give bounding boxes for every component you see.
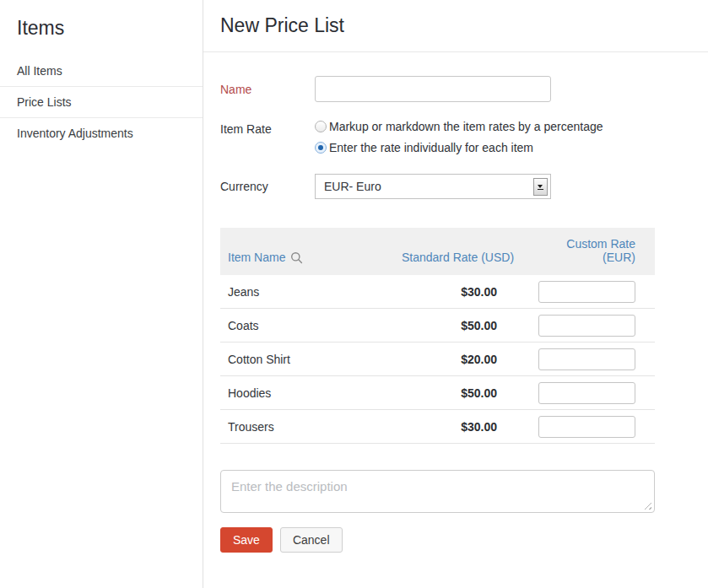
item-name-header-label: Item Name <box>228 251 285 264</box>
currency-field-row: Currency EUR- Euro <box>220 174 655 199</box>
sidebar: Items All Items Price Lists Inventory Ad… <box>0 0 203 588</box>
table-row: Jeans $30.00 <box>220 275 655 309</box>
page-header: New Price List <box>203 0 708 52</box>
radio-option-enter-rate-individually[interactable]: Enter the rate individually for each ite… <box>315 141 603 154</box>
standard-rate-cell: $30.00 <box>402 420 511 434</box>
radio-option-markup-markdown[interactable]: Markup or markdown the item rates by a p… <box>315 120 603 133</box>
dropdown-arrow-icon[interactable] <box>533 178 548 196</box>
currency-select[interactable]: EUR- Euro <box>315 174 551 199</box>
sidebar-item-inventory-adjustments[interactable]: Inventory Adjustments <box>0 117 203 148</box>
sidebar-item-all-items[interactable]: All Items <box>0 56 203 86</box>
standard-rate-cell: $50.00 <box>402 319 511 332</box>
description-field <box>220 470 655 513</box>
item-name-cell: Coats <box>220 319 402 332</box>
custom-rate-input[interactable] <box>538 382 635 404</box>
item-rate-radio-group: Markup or markdown the item rates by a p… <box>315 120 603 154</box>
item-name-cell: Trousers <box>220 420 402 434</box>
name-label: Name <box>220 83 315 96</box>
currency-selected-value: EUR- Euro <box>324 180 381 193</box>
custom-rate-header-line1: Custom Rate <box>511 237 635 251</box>
radio-selected-icon[interactable] <box>315 142 327 154</box>
item-name-cell: Hoodies <box>220 386 402 400</box>
page-title: New Price List <box>220 14 344 37</box>
custom-rate-input[interactable] <box>538 315 635 337</box>
sidebar-item-price-lists[interactable]: Price Lists <box>0 86 203 117</box>
description-textarea[interactable] <box>220 470 655 513</box>
save-button[interactable]: Save <box>220 527 273 553</box>
item-name-cell: Cotton Shirt <box>220 353 402 366</box>
item-rate-field-row: Item Rate Markup or markdown the item ra… <box>220 120 655 154</box>
radio-unselected-icon[interactable] <box>315 121 327 132</box>
sidebar-nav: All Items Price Lists Inventory Adjustme… <box>0 56 203 148</box>
sidebar-title: Items <box>0 0 203 56</box>
price-list-form: Name Item Rate Markup or markdown the it… <box>203 52 708 553</box>
name-field-row: Name <box>220 76 655 102</box>
radio-option-label: Markup or markdown the item rates by a p… <box>329 120 603 133</box>
radio-option-label: Enter the rate individually for each ite… <box>329 141 533 154</box>
custom-rate-input[interactable] <box>538 416 635 438</box>
custom-rate-input[interactable] <box>538 348 635 370</box>
search-icon[interactable] <box>290 251 303 264</box>
item-rate-label: Item Rate <box>220 120 315 136</box>
standard-rate-cell: $20.00 <box>402 353 511 366</box>
column-header-item-name: Item Name <box>220 251 402 264</box>
table-row: Trousers $30.00 <box>220 410 655 444</box>
table-row: Coats $50.00 <box>220 309 655 343</box>
name-input[interactable] <box>315 76 551 102</box>
custom-rate-header-line2: (EUR) <box>511 251 635 264</box>
cancel-button[interactable]: Cancel <box>280 527 343 553</box>
table-row: Cotton Shirt $20.00 <box>220 343 655 376</box>
items-table: Item Name Standard Rate (USD) Custom Rat… <box>220 228 655 444</box>
table-row: Hoodies $50.00 <box>220 376 655 410</box>
standard-rate-cell: $30.00 <box>402 285 511 299</box>
item-name-cell: Jeans <box>220 285 402 299</box>
custom-rate-input[interactable] <box>538 281 635 303</box>
column-header-standard-rate: Standard Rate (USD) <box>402 251 511 264</box>
currency-label: Currency <box>220 180 315 193</box>
main-panel: New Price List Name Item Rate Markup or … <box>203 0 708 588</box>
form-actions: Save Cancel <box>220 527 655 553</box>
column-header-custom-rate: Custom Rate (EUR) <box>511 237 655 264</box>
standard-rate-cell: $50.00 <box>402 386 511 400</box>
table-header-row: Item Name Standard Rate (USD) Custom Rat… <box>220 228 655 275</box>
